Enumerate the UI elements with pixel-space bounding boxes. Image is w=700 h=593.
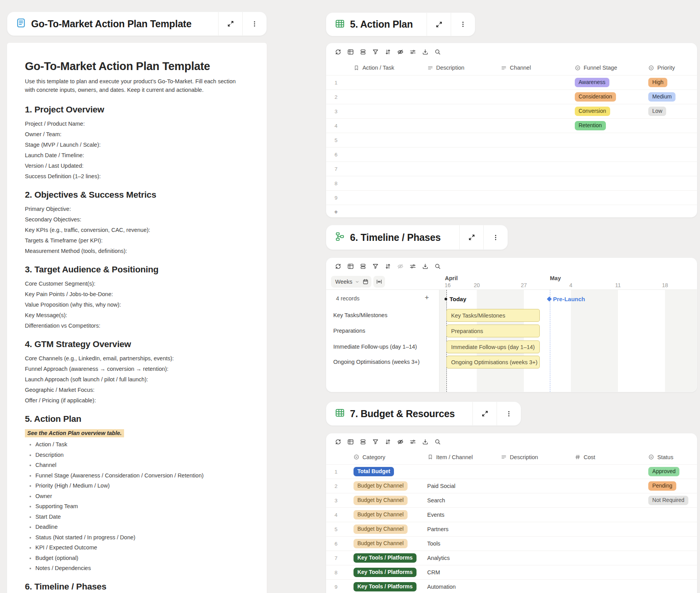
table-row[interactable]: 9 Key Tools / Platforms Automation (326, 579, 697, 593)
settings-sliders-icon[interactable] (410, 49, 416, 55)
search-icon[interactable] (434, 49, 441, 55)
download-icon[interactable] (422, 263, 429, 270)
funnel-stage-chip[interactable]: Awareness (575, 78, 609, 88)
table-row[interactable]: 5 Budget by Channel Partners (326, 522, 697, 536)
record-label[interactable]: Key Tasks/Milestones (333, 312, 387, 318)
category-chip[interactable]: Budget by Channel (354, 510, 408, 520)
add-record-button[interactable]: + (425, 293, 429, 302)
record-label[interactable]: Preparations (333, 328, 365, 334)
refresh-icon[interactable] (335, 49, 341, 55)
column-header-category[interactable]: Category (346, 450, 420, 464)
gantt-bar[interactable]: Preparations (446, 325, 540, 337)
table-row[interactable]: 8 Key Tools / Platforms CRM (326, 565, 697, 579)
table-row[interactable]: 2 Consideration Medium (326, 89, 697, 104)
table-row[interactable]: 4 Budget by Channel Events (326, 507, 697, 522)
table-row[interactable]: 5 (326, 133, 697, 147)
table-row[interactable]: 4 Retention (326, 118, 697, 133)
table-row[interactable]: 7 Key Tools / Platforms Analytics (326, 551, 697, 565)
filter-icon[interactable] (372, 439, 379, 445)
refresh-icon[interactable] (335, 439, 341, 445)
refresh-icon[interactable] (335, 263, 341, 270)
column-header-cost[interactable]: Cost (567, 450, 641, 464)
table-layout-icon[interactable] (347, 263, 354, 270)
doc-bullet: Owner (35, 493, 52, 499)
category-chip[interactable]: Budget by Channel (354, 496, 408, 505)
timeline-menu-button[interactable] (483, 225, 508, 249)
category-chip[interactable]: Budget by Channel (354, 481, 408, 491)
row-height-icon[interactable] (360, 49, 366, 55)
table-row[interactable]: 9 (326, 190, 697, 205)
column-header-description[interactable]: Description (420, 60, 494, 75)
budget-menu-button[interactable] (497, 402, 521, 425)
table-layout-icon[interactable] (347, 49, 354, 55)
table-row[interactable]: 6 Budget by Channel Tools (326, 536, 697, 551)
gantt-bar[interactable]: Ongoing Optimisations (weeks 3+) (446, 356, 540, 368)
budget-expand-button[interactable] (472, 402, 497, 425)
calendar-button[interactable] (360, 276, 371, 288)
table-row[interactable]: 1 Total Budget Approved (326, 464, 697, 479)
timeline-expand-button[interactable] (459, 225, 483, 249)
column-header-status[interactable]: Status (640, 450, 697, 464)
table-row[interactable]: 6 (326, 147, 697, 161)
table-row[interactable]: 8 (326, 176, 697, 190)
action-plan-menu-button[interactable] (451, 13, 475, 36)
table-row[interactable]: 3 Budget by Channel Search Not Required (326, 493, 697, 507)
column-header-funnel-stage[interactable]: Funnel Stage (567, 60, 641, 75)
sort-icon[interactable] (385, 49, 391, 55)
table-row[interactable]: 2 Budget by Channel Paid Social Pending (326, 479, 697, 493)
action-plan-expand-button[interactable] (427, 13, 451, 36)
hide-fields-icon[interactable] (397, 49, 404, 55)
priority-chip[interactable]: Medium (648, 92, 676, 102)
category-chip[interactable]: Key Tools / Platforms (354, 582, 416, 592)
settings-sliders-icon[interactable] (410, 263, 416, 270)
funnel-stage-chip[interactable]: Consideration (575, 92, 616, 102)
column-header-action-task[interactable]: Action / Task (346, 60, 420, 75)
download-icon[interactable] (422, 439, 429, 445)
hide-fields-icon[interactable] (397, 263, 404, 270)
category-chip[interactable]: Budget by Channel (354, 539, 408, 549)
row-height-icon[interactable] (360, 263, 366, 270)
status-chip[interactable]: Pending (648, 481, 676, 491)
category-chip[interactable]: Budget by Channel (354, 525, 408, 534)
category-chip[interactable]: Key Tools / Platforms (354, 568, 416, 577)
hide-fields-icon[interactable] (397, 439, 404, 445)
column-label: Priority (657, 65, 675, 71)
record-label[interactable]: Immediate Follow-ups (day 1–14) (333, 344, 417, 350)
column-header-item-channel[interactable]: Item / Channel (420, 450, 494, 464)
fit-width-button[interactable] (373, 276, 385, 288)
priority-chip[interactable]: High (648, 78, 667, 88)
filter-icon[interactable] (372, 263, 379, 270)
sort-icon[interactable] (385, 439, 391, 445)
document-menu-button[interactable] (242, 12, 266, 35)
settings-sliders-icon[interactable] (410, 439, 416, 445)
record-label[interactable]: Ongoing Optimisations (weeks 3+) (333, 359, 420, 365)
table-layout-icon[interactable] (347, 439, 354, 445)
status-chip[interactable]: Approved (648, 467, 679, 477)
document-panel[interactable]: Go-To-Market Action Plan Template Use th… (7, 43, 267, 593)
expand-icon (481, 410, 488, 417)
document-expand-button[interactable] (218, 12, 242, 35)
funnel-stage-chip[interactable]: Retention (575, 121, 606, 131)
zoom-level-selector[interactable]: Weeks (331, 276, 364, 288)
gantt-bar[interactable]: Key Tasks/Milestones (446, 309, 540, 322)
download-icon[interactable] (422, 49, 429, 55)
category-chip[interactable]: Total Budget (354, 467, 394, 477)
pre-launch-marker[interactable]: Pre-Launch (548, 296, 585, 302)
table-row[interactable]: 7 (326, 161, 697, 176)
priority-chip[interactable]: Low (648, 107, 666, 116)
add-row-button[interactable]: + (326, 205, 697, 218)
search-icon[interactable] (434, 263, 441, 270)
category-chip[interactable]: Key Tools / Platforms (354, 553, 416, 563)
table-row[interactable]: 1 Awareness High (326, 75, 697, 89)
column-header-channel[interactable]: Channel (493, 60, 567, 75)
search-icon[interactable] (434, 439, 441, 445)
filter-icon[interactable] (372, 49, 379, 55)
column-header-description[interactable]: Description (493, 450, 567, 464)
funnel-stage-chip[interactable]: Conversion (575, 107, 610, 116)
sort-icon[interactable] (385, 263, 391, 270)
gantt-bar[interactable]: Immediate Follow-ups (day 1–14) (446, 340, 540, 353)
status-chip[interactable]: Not Required (648, 496, 688, 505)
column-header-priority[interactable]: Priority (640, 60, 697, 75)
row-height-icon[interactable] (360, 439, 366, 445)
table-row[interactable]: 3 Conversion Low (326, 104, 697, 118)
